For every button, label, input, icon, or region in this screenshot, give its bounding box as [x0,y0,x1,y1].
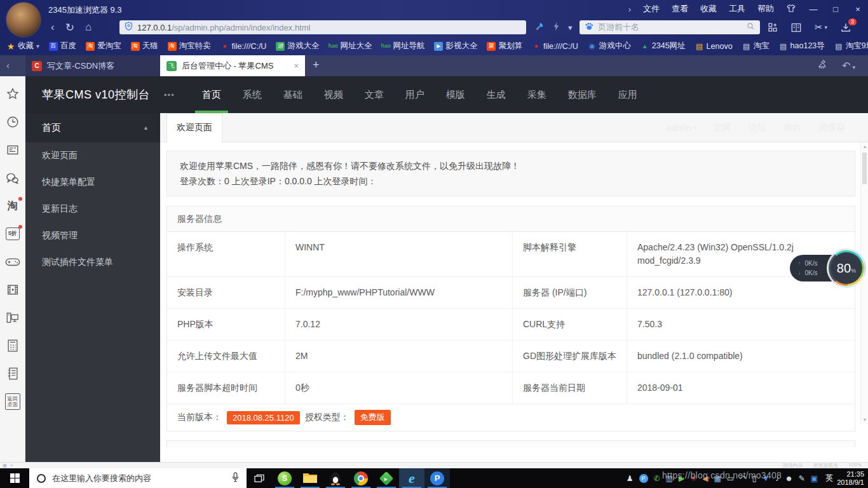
start-button[interactable] [0,468,29,488]
memory-usage-ball[interactable]: 80 % [827,248,866,288]
sidebar-item-quickmenu[interactable]: 快捷菜单配置 [25,169,160,196]
power-plug-icon[interactable]: ▯ [752,475,757,482]
bookmark-taobao99[interactable]: ▤淘宝9块9 [834,41,868,51]
nav-template[interactable]: 模版 [435,76,476,113]
bookmark-taobao-temai[interactable]: 淘淘宝特卖 [168,41,211,51]
bookmark-movies[interactable]: ▶影视大全 [434,41,477,51]
volume-mixer-icon[interactable]: ◀ [702,475,708,482]
display-icon[interactable]: ▭ [727,475,734,482]
nav-video[interactable]: 视频 [313,76,354,113]
bookmarks-root[interactable]: ★ 收藏 ▾ [6,41,39,51]
calculator-icon[interactable] [5,338,20,353]
skin-icon[interactable] [786,4,796,15]
new-tab-button[interactable]: + [313,58,320,72]
bookmark-baidu[interactable]: 百百度 [49,41,76,51]
taskbar-clock[interactable]: 21:35 2018/9/1 [837,468,864,488]
bookmark-juhuasuan[interactable]: 聚聚划算 [487,41,522,51]
download-manager-icon[interactable]: 3 [841,22,851,32]
menu-tools[interactable]: 工具 [729,3,745,15]
content-tab-welcome[interactable]: 欢迎页面 [166,113,222,142]
nav-collect[interactable]: 采集 [517,76,557,113]
bookmark-lenovo-folder[interactable]: ▤Lenovo [695,42,733,51]
nav-basic[interactable]: 基础 [273,76,313,113]
bookmark-tmall[interactable]: 淘天猫 [131,41,158,51]
qq-tray-icon[interactable]: ☻ [785,475,793,482]
bookmark-hao-sites[interactable]: hao网址大全 [329,41,372,51]
return-desktop-button[interactable]: 返回桌面 [5,394,20,409]
user-icon[interactable]: ♟ [627,475,634,482]
close-button[interactable]: × [853,4,863,14]
link-official-site[interactable]: 官网 [714,122,731,133]
cms-collapse-dots[interactable]: ••• [164,90,175,100]
sidebar-item-changelog[interactable]: 更新日志 [25,196,160,222]
screenshot-scissors-icon[interactable]: ✂▾ [815,22,827,33]
app-p[interactable]: P [424,468,450,488]
tabs-scroll-left-icon[interactable]: ‹ [6,60,10,71]
wechat-icon[interactable]: ✆ [654,475,660,482]
bookmark-taobao-page[interactable]: ▤淘宝 [742,41,770,51]
bookmark-games[interactable]: 游游戏大全 [276,41,319,51]
address-bar[interactable]: 127.0.0.1/sp/admin.php/admin/index/index… [119,20,526,34]
news-icon[interactable] [5,142,20,158]
cms-logo[interactable]: 苹果CMS v10控制台 [42,87,150,102]
pc-devices-icon[interactable] [5,310,20,325]
scrollbar-thumb[interactable] [862,152,867,184]
menu-help[interactable]: 帮助 [757,3,774,15]
discount-5zhe-icon[interactable]: 5折 [5,226,20,241]
bookmark-file-local[interactable]: ●file:///C:/U [220,42,267,51]
bookmark-file-local-2[interactable]: ●file:///C:/U [532,42,578,51]
pc-card-icon[interactable]: ▦ [714,475,721,482]
app-accelerator-ball[interactable]: S [272,468,297,488]
menu-file[interactable]: 文件 [643,3,660,15]
restore-tabs-icon[interactable]: ↶▾ [842,60,855,72]
pen-input-icon[interactable]: ✎ [799,475,805,482]
scroll-up-arrow[interactable]: ▲ [861,144,868,149]
nav-database[interactable]: 数据库 [557,76,607,113]
video-film-icon[interactable] [5,282,20,297]
speaker-icon[interactable]: ♪ [775,475,779,482]
app-qq[interactable] [323,468,348,488]
remote-desktop-icon[interactable]: ▥ [666,475,673,482]
wifi-icon[interactable]: ◠ [740,475,746,482]
bookmark-hao-nav[interactable]: hao网址导航 [381,41,424,51]
link-clear-cache[interactable]: 清缓存 [818,122,845,133]
bookmark-2345-sites[interactable]: ▲2345网址 [641,41,686,51]
minimize-button[interactable]: — [808,4,818,14]
content-scrollbar[interactable]: ▲ ▼ [860,142,868,424]
apps-grid-icon[interactable] [768,22,778,32]
sidebar-item-plugin-test[interactable]: 测试插件文件菜单 [25,249,160,276]
p-assistant-icon[interactable]: P [639,474,648,483]
maximize-button[interactable]: □ [831,4,841,14]
reading-mode-icon[interactable] [791,23,801,32]
task-view-button[interactable] [247,468,272,488]
games-gamepad-icon[interactable] [5,254,20,269]
media-player-icon[interactable]: ▶ [679,475,684,482]
nav-home[interactable]: 首页 [191,76,232,113]
link-frontend[interactable]: 前台 [783,122,801,133]
bookmark-game-center[interactable]: ◉游戏中心 [588,41,631,51]
booster-rocket-icon[interactable] [535,22,545,34]
clean-broom-icon[interactable] [817,59,828,72]
wechat-chat-icon[interactable] [5,170,20,186]
sidebar-item-welcome[interactable]: 欢迎页面 [25,142,160,169]
menu-view[interactable]: 查看 [672,3,688,15]
menu-favorites[interactable]: 收藏 [700,3,717,15]
messenger-icon[interactable]: ▣ [811,475,818,482]
scroll-down-arrow[interactable]: ▼ [861,417,868,422]
alert-icon[interactable]: ✳ [690,475,696,482]
app-chrome[interactable] [348,468,374,488]
site-security-shield-icon[interactable] [125,22,133,33]
notes-list-icon[interactable] [5,366,20,381]
url-text[interactable]: 127.0.0.1/sp/admin.php/admin/index/index… [137,23,310,32]
bookmark-aitaobao[interactable]: 淘爱淘宝 [86,41,121,51]
lightning-icon[interactable] [553,22,560,34]
cortana-search-box[interactable]: 在这里输入你要搜索的内容 [29,468,247,488]
history-clock-icon[interactable] [5,114,20,130]
menu-expand-icon[interactable]: › [628,4,631,14]
input-language-indicator[interactable]: 英 [825,468,833,488]
sidebar-group-home[interactable]: 首页 ▲ [25,113,160,142]
nav-apps[interactable]: 应用 [607,76,648,113]
taobao-rail-icon[interactable]: 淘 [5,198,20,214]
security-shield-icon[interactable]: ▼ [762,475,770,482]
search-magnifier-icon[interactable] [747,22,755,33]
